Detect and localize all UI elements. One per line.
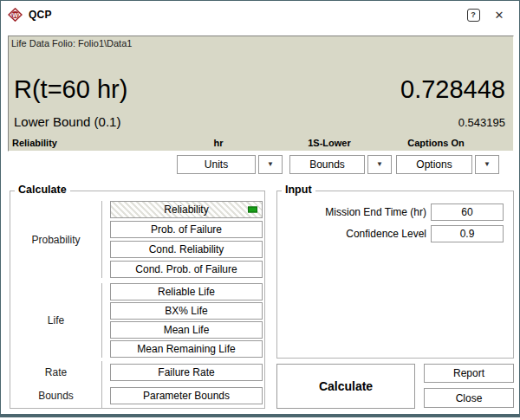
mission-end-time-field[interactable] bbox=[431, 204, 504, 221]
help-icon: ? bbox=[467, 9, 480, 22]
calculate-button[interactable]: Calculate bbox=[276, 364, 415, 409]
chevron-down-icon: ▼ bbox=[376, 161, 383, 168]
close-window-button[interactable]: ✕ bbox=[486, 4, 512, 25]
bx-life-button[interactable]: BX% Life bbox=[110, 302, 263, 320]
parameter-bounds-button[interactable]: Parameter Bounds bbox=[110, 387, 263, 404]
confidence-level-field[interactable] bbox=[431, 225, 504, 242]
reliability-button[interactable]: Reliability bbox=[110, 201, 263, 218]
category-life: Life bbox=[10, 314, 101, 326]
bounds-button[interactable]: Bounds bbox=[289, 155, 365, 174]
button-label: Prob. of Failure bbox=[151, 223, 222, 236]
reliable-life-button[interactable]: Reliable Life bbox=[110, 283, 263, 300]
button-label: Mean Remaining Life bbox=[137, 343, 235, 355]
prob-of-failure-button[interactable]: Prob. of Failure bbox=[110, 221, 263, 238]
selected-indicator bbox=[248, 207, 257, 213]
category-separator bbox=[101, 201, 102, 278]
bounds-dropdown-button[interactable]: ▼ bbox=[367, 155, 392, 174]
status-captions: Captions On bbox=[407, 138, 464, 148]
status-row: Reliability hr 1S-Lower Captions On bbox=[9, 138, 513, 150]
chevron-down-icon: ▼ bbox=[267, 161, 274, 168]
category-bounds: Bounds bbox=[10, 390, 101, 402]
qcp-dialog: W QCP ? ✕ Life Data Folio: Folio1\Data1 … bbox=[0, 0, 520, 417]
report-button[interactable]: Report bbox=[424, 364, 514, 383]
category-rate: Rate bbox=[10, 366, 101, 378]
button-label: Cond. Reliability bbox=[149, 243, 224, 255]
calculate-group-title: Calculate bbox=[15, 184, 70, 196]
results-panel: Life Data Folio: Folio1\Data1 R(t=60 hr)… bbox=[8, 36, 514, 152]
bound-row: Lower Bound (0.1) 0.543195 bbox=[14, 114, 505, 129]
category-separator bbox=[101, 384, 102, 409]
confidence-level-label: Confidence Level bbox=[277, 228, 426, 240]
chevron-down-icon: ▼ bbox=[484, 161, 491, 168]
cond-reliability-button[interactable]: Cond. Reliability bbox=[110, 241, 263, 258]
cond-prob-of-failure-button[interactable]: Cond. Prob. of Failure bbox=[110, 261, 263, 278]
status-metric: Reliability bbox=[12, 138, 57, 148]
metric-value: 0.728448 bbox=[400, 74, 505, 104]
metric-label: R(t=60 hr) bbox=[14, 74, 127, 104]
category-separator bbox=[101, 361, 102, 385]
failure-rate-button[interactable]: Failure Rate bbox=[110, 364, 263, 381]
options-dropdown-button[interactable]: ▼ bbox=[475, 155, 499, 174]
weibull-logo-icon: W bbox=[8, 8, 23, 22]
svg-text:W: W bbox=[12, 12, 18, 18]
button-label: Reliable Life bbox=[158, 286, 215, 298]
data-source-label: Life Data Folio: Folio1\Data1 bbox=[11, 38, 132, 48]
options-button[interactable]: Options bbox=[396, 155, 472, 174]
button-label: Cond. Prob. of Failure bbox=[135, 263, 237, 275]
calculate-group: Calculate Probability Life Rate Bounds R… bbox=[10, 191, 265, 409]
category-probability: Probability bbox=[10, 234, 101, 246]
units-button[interactable]: Units bbox=[177, 155, 256, 174]
button-label: Failure Rate bbox=[158, 366, 214, 378]
button-label: Parameter Bounds bbox=[143, 390, 230, 402]
button-label: Reliability bbox=[164, 204, 208, 216]
status-bounds: 1S-Lower bbox=[308, 138, 351, 148]
units-dropdown-button[interactable]: ▼ bbox=[258, 155, 283, 174]
input-group: Input Mission End Time (hr) Confidence L… bbox=[276, 191, 514, 359]
input-group-title: Input bbox=[282, 184, 315, 196]
bound-label: Lower Bound (0.1) bbox=[14, 114, 120, 129]
bound-value: 0.543195 bbox=[458, 116, 505, 129]
title-bar: W QCP ? ✕ bbox=[1, 1, 519, 29]
help-button[interactable]: ? bbox=[460, 4, 486, 25]
metric-row: R(t=60 hr) 0.728448 bbox=[14, 74, 505, 104]
button-label: Mean Life bbox=[164, 324, 210, 336]
button-label: BX% Life bbox=[165, 305, 207, 317]
close-icon: ✕ bbox=[495, 9, 504, 22]
mean-life-button[interactable]: Mean Life bbox=[110, 321, 263, 339]
window-title: QCP bbox=[29, 9, 52, 21]
category-separator bbox=[101, 283, 102, 358]
close-button[interactable]: Close bbox=[424, 388, 514, 408]
status-units: hr bbox=[214, 138, 224, 148]
mission-end-time-label: Mission End Time (hr) bbox=[277, 206, 426, 218]
mean-remaining-life-button[interactable]: Mean Remaining Life bbox=[110, 340, 263, 358]
